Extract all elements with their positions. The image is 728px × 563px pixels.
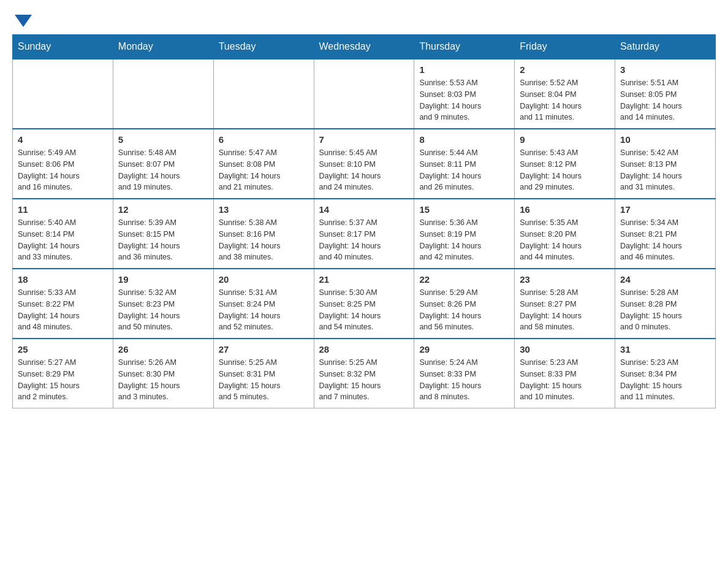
day-number: 29 bbox=[419, 344, 509, 354]
weekday-header-saturday: Saturday bbox=[615, 35, 716, 59]
day-cell: 3Sunrise: 5:51 AM Sunset: 8:05 PM Daylig… bbox=[615, 59, 716, 129]
day-info: Sunrise: 5:44 AM Sunset: 8:11 PM Dayligh… bbox=[419, 147, 509, 193]
day-cell: 16Sunrise: 5:35 AM Sunset: 8:20 PM Dayli… bbox=[515, 199, 615, 269]
day-number: 16 bbox=[520, 204, 610, 215]
day-cell: 22Sunrise: 5:29 AM Sunset: 8:26 PM Dayli… bbox=[414, 269, 515, 339]
day-info: Sunrise: 5:28 AM Sunset: 8:27 PM Dayligh… bbox=[520, 287, 610, 333]
day-cell: 26Sunrise: 5:26 AM Sunset: 8:30 PM Dayli… bbox=[113, 339, 213, 408]
day-number: 30 bbox=[520, 344, 610, 354]
day-info: Sunrise: 5:43 AM Sunset: 8:12 PM Dayligh… bbox=[520, 147, 610, 193]
day-number: 21 bbox=[319, 274, 409, 285]
day-cell: 31Sunrise: 5:23 AM Sunset: 8:34 PM Dayli… bbox=[615, 339, 716, 408]
day-cell bbox=[213, 59, 314, 129]
day-cell: 14Sunrise: 5:37 AM Sunset: 8:17 PM Dayli… bbox=[314, 199, 414, 269]
day-number: 23 bbox=[520, 274, 610, 285]
day-info: Sunrise: 5:42 AM Sunset: 8:13 PM Dayligh… bbox=[620, 147, 710, 193]
day-number: 31 bbox=[620, 344, 710, 354]
day-cell: 27Sunrise: 5:25 AM Sunset: 8:31 PM Dayli… bbox=[213, 339, 314, 408]
day-info: Sunrise: 5:32 AM Sunset: 8:23 PM Dayligh… bbox=[118, 287, 208, 333]
day-cell: 1Sunrise: 5:53 AM Sunset: 8:03 PM Daylig… bbox=[414, 59, 515, 129]
weekday-header-monday: Monday bbox=[113, 35, 213, 59]
day-cell: 12Sunrise: 5:39 AM Sunset: 8:15 PM Dayli… bbox=[113, 199, 213, 269]
day-number: 28 bbox=[319, 344, 409, 354]
day-cell bbox=[113, 59, 213, 129]
day-number: 10 bbox=[620, 134, 710, 145]
weekday-header-sunday: Sunday bbox=[13, 35, 113, 59]
day-info: Sunrise: 5:30 AM Sunset: 8:25 PM Dayligh… bbox=[319, 287, 409, 333]
day-number: 13 bbox=[219, 204, 309, 215]
day-cell: 20Sunrise: 5:31 AM Sunset: 8:24 PM Dayli… bbox=[213, 269, 314, 339]
day-number: 19 bbox=[118, 274, 208, 285]
day-info: Sunrise: 5:51 AM Sunset: 8:05 PM Dayligh… bbox=[620, 77, 710, 123]
day-number: 1 bbox=[419, 64, 509, 75]
day-number: 5 bbox=[118, 134, 208, 145]
day-number: 8 bbox=[419, 134, 509, 145]
day-cell: 21Sunrise: 5:30 AM Sunset: 8:25 PM Dayli… bbox=[314, 269, 414, 339]
calendar-table: SundayMondayTuesdayWednesdayThursdayFrid… bbox=[12, 34, 716, 408]
weekday-header-wednesday: Wednesday bbox=[314, 35, 414, 59]
day-number: 27 bbox=[219, 344, 309, 354]
weekday-header-tuesday: Tuesday bbox=[213, 35, 314, 59]
day-cell: 30Sunrise: 5:23 AM Sunset: 8:33 PM Dayli… bbox=[515, 339, 615, 408]
day-number: 20 bbox=[219, 274, 309, 285]
week-row-1: 1Sunrise: 5:53 AM Sunset: 8:03 PM Daylig… bbox=[13, 59, 716, 129]
day-number: 11 bbox=[18, 204, 108, 215]
day-info: Sunrise: 5:23 AM Sunset: 8:33 PM Dayligh… bbox=[520, 357, 610, 403]
day-number: 26 bbox=[118, 344, 208, 354]
day-cell: 25Sunrise: 5:27 AM Sunset: 8:29 PM Dayli… bbox=[13, 339, 113, 408]
day-cell: 10Sunrise: 5:42 AM Sunset: 8:13 PM Dayli… bbox=[615, 129, 716, 199]
day-number: 2 bbox=[520, 64, 610, 75]
day-info: Sunrise: 5:26 AM Sunset: 8:30 PM Dayligh… bbox=[118, 357, 208, 403]
day-cell: 23Sunrise: 5:28 AM Sunset: 8:27 PM Dayli… bbox=[515, 269, 615, 339]
day-cell: 18Sunrise: 5:33 AM Sunset: 8:22 PM Dayli… bbox=[13, 269, 113, 339]
day-number: 22 bbox=[419, 274, 509, 285]
logo-triangle-icon bbox=[15, 15, 32, 27]
day-cell: 7Sunrise: 5:45 AM Sunset: 8:10 PM Daylig… bbox=[314, 129, 414, 199]
day-number: 7 bbox=[319, 134, 409, 145]
day-cell: 29Sunrise: 5:24 AM Sunset: 8:33 PM Dayli… bbox=[414, 339, 515, 408]
day-info: Sunrise: 5:39 AM Sunset: 8:15 PM Dayligh… bbox=[118, 217, 208, 263]
day-number: 9 bbox=[520, 134, 610, 145]
calendar-header-row: SundayMondayTuesdayWednesdayThursdayFrid… bbox=[13, 35, 716, 59]
day-info: Sunrise: 5:38 AM Sunset: 8:16 PM Dayligh… bbox=[219, 217, 309, 263]
day-number: 3 bbox=[620, 64, 710, 75]
day-info: Sunrise: 5:24 AM Sunset: 8:33 PM Dayligh… bbox=[419, 357, 509, 403]
day-cell: 19Sunrise: 5:32 AM Sunset: 8:23 PM Dayli… bbox=[113, 269, 213, 339]
day-info: Sunrise: 5:27 AM Sunset: 8:29 PM Dayligh… bbox=[18, 357, 108, 403]
day-number: 6 bbox=[219, 134, 309, 145]
day-info: Sunrise: 5:33 AM Sunset: 8:22 PM Dayligh… bbox=[18, 287, 108, 333]
day-cell: 4Sunrise: 5:49 AM Sunset: 8:06 PM Daylig… bbox=[13, 129, 113, 199]
day-info: Sunrise: 5:36 AM Sunset: 8:19 PM Dayligh… bbox=[419, 217, 509, 263]
day-cell: 13Sunrise: 5:38 AM Sunset: 8:16 PM Dayli… bbox=[213, 199, 314, 269]
day-info: Sunrise: 5:52 AM Sunset: 8:04 PM Dayligh… bbox=[520, 77, 610, 123]
week-row-3: 11Sunrise: 5:40 AM Sunset: 8:14 PM Dayli… bbox=[13, 199, 716, 269]
day-number: 17 bbox=[620, 204, 710, 215]
day-info: Sunrise: 5:25 AM Sunset: 8:32 PM Dayligh… bbox=[319, 357, 409, 403]
day-cell: 15Sunrise: 5:36 AM Sunset: 8:19 PM Dayli… bbox=[414, 199, 515, 269]
day-cell: 9Sunrise: 5:43 AM Sunset: 8:12 PM Daylig… bbox=[515, 129, 615, 199]
logo bbox=[12, 12, 32, 25]
week-row-2: 4Sunrise: 5:49 AM Sunset: 8:06 PM Daylig… bbox=[13, 129, 716, 199]
day-number: 15 bbox=[419, 204, 509, 215]
day-number: 12 bbox=[118, 204, 208, 215]
day-number: 4 bbox=[18, 134, 108, 145]
day-info: Sunrise: 5:53 AM Sunset: 8:03 PM Dayligh… bbox=[419, 77, 509, 123]
page-header bbox=[12, 12, 716, 25]
day-info: Sunrise: 5:45 AM Sunset: 8:10 PM Dayligh… bbox=[319, 147, 409, 193]
day-info: Sunrise: 5:28 AM Sunset: 8:28 PM Dayligh… bbox=[620, 287, 710, 333]
weekday-header-thursday: Thursday bbox=[414, 35, 515, 59]
day-cell bbox=[314, 59, 414, 129]
day-cell: 5Sunrise: 5:48 AM Sunset: 8:07 PM Daylig… bbox=[113, 129, 213, 199]
day-number: 25 bbox=[18, 344, 108, 354]
day-number: 18 bbox=[18, 274, 108, 285]
day-cell bbox=[13, 59, 113, 129]
day-info: Sunrise: 5:34 AM Sunset: 8:21 PM Dayligh… bbox=[620, 217, 710, 263]
day-number: 24 bbox=[620, 274, 710, 285]
day-info: Sunrise: 5:23 AM Sunset: 8:34 PM Dayligh… bbox=[620, 357, 710, 403]
day-cell: 6Sunrise: 5:47 AM Sunset: 8:08 PM Daylig… bbox=[213, 129, 314, 199]
day-info: Sunrise: 5:40 AM Sunset: 8:14 PM Dayligh… bbox=[18, 217, 108, 263]
day-cell: 11Sunrise: 5:40 AM Sunset: 8:14 PM Dayli… bbox=[13, 199, 113, 269]
day-info: Sunrise: 5:25 AM Sunset: 8:31 PM Dayligh… bbox=[219, 357, 309, 403]
day-cell: 2Sunrise: 5:52 AM Sunset: 8:04 PM Daylig… bbox=[515, 59, 615, 129]
day-info: Sunrise: 5:29 AM Sunset: 8:26 PM Dayligh… bbox=[419, 287, 509, 333]
